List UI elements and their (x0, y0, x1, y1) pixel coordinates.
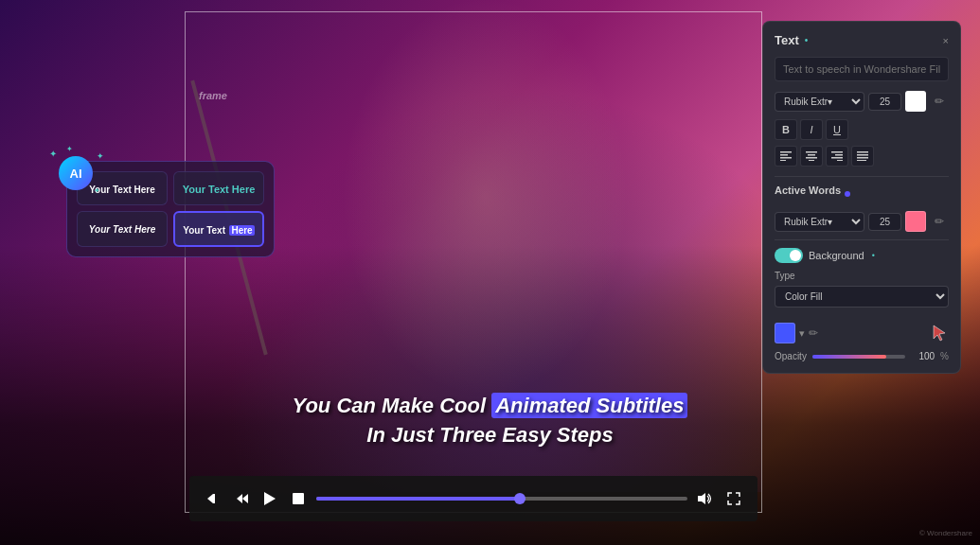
style-card-3[interactable]: Your Text Here (77, 211, 168, 247)
background-toggle-row: Background • (775, 248, 949, 263)
type-section: Type Color Fill (775, 271, 949, 315)
watermark: © Wondershare (919, 529, 972, 537)
opacity-percent: % (940, 351, 949, 361)
subtitle-text: You Can Make Cool Animated Subtitles In … (230, 392, 751, 450)
color-picker-button[interactable]: ✏ (930, 92, 949, 111)
svg-rect-10 (780, 160, 786, 161)
format-buttons-row: B I U (775, 119, 949, 140)
font-size-input[interactable] (868, 93, 901, 111)
svg-rect-18 (837, 160, 843, 161)
sparkle-icon-2: ✦ (66, 145, 73, 153)
bold-button[interactable]: B (775, 119, 797, 140)
active-words-color-swatch[interactable] (905, 211, 926, 232)
panel-header: Text • × (775, 33, 949, 47)
text-settings-panel: Text • × Rubik Extr▾ ✏ B I U (762, 21, 961, 374)
subtitle-line2: In Just Three Easy Steps (366, 423, 613, 447)
divider-1 (775, 176, 949, 177)
underline-button[interactable]: U (826, 119, 848, 140)
opacity-slider[interactable] (812, 355, 905, 359)
sparkle-icon-4: ✦ (94, 186, 100, 195)
opacity-row: Opacity 100 % (775, 351, 949, 361)
svg-rect-19 (857, 151, 868, 153)
style-card-4-text-a: Your Text (183, 225, 225, 236)
font-select[interactable]: Rubik Extr▾ (775, 92, 864, 112)
svg-rect-12 (808, 154, 815, 156)
player-controls-bar (189, 476, 757, 521)
font-row: Rubik Extr▾ ✏ (775, 91, 949, 112)
svg-marker-23 (934, 325, 945, 341)
svg-rect-13 (806, 157, 817, 159)
ai-label: AI (70, 167, 82, 181)
active-words-dot (845, 191, 850, 197)
active-words-size-input[interactable] (868, 213, 901, 231)
style-card-4[interactable]: Your Text Here (173, 211, 264, 247)
background-toggle[interactable] (775, 248, 803, 263)
expand-button[interactable] (723, 488, 744, 509)
svg-marker-0 (207, 494, 213, 503)
type-select[interactable]: Color Fill (775, 286, 949, 308)
cursor-indicator (930, 324, 949, 343)
ai-badge-container: ✦ ✦ ✦ ✦ AI (59, 156, 116, 203)
panel-title: Text (775, 33, 799, 47)
opacity-label: Opacity (775, 351, 807, 361)
svg-rect-20 (857, 154, 868, 156)
fill-color-picker[interactable]: ✏ (809, 326, 818, 340)
step-back-button[interactable] (231, 488, 252, 509)
sparkle-icon-1: ✦ (49, 149, 57, 159)
sparkle-icon-3: ✦ (97, 151, 104, 161)
style-card-3-text: Your Text Here (89, 224, 155, 235)
opacity-fill (812, 355, 887, 359)
svg-rect-7 (780, 151, 792, 153)
svg-rect-15 (831, 151, 843, 153)
subtitle-overlay: You Can Make Cool Animated Subtitles In … (230, 392, 751, 450)
fill-color-arrow[interactable]: ▾ (799, 327, 805, 340)
svg-rect-17 (831, 157, 843, 159)
svg-rect-9 (780, 157, 792, 159)
svg-rect-21 (857, 157, 868, 159)
active-words-font-row: Rubik Extr▾ ✏ (775, 211, 949, 232)
active-words-color-picker[interactable]: ✏ (930, 212, 949, 231)
active-words-title: Active Words (775, 185, 841, 196)
color-selection-row: ▾ ✏ (775, 323, 949, 343)
align-justify-button[interactable] (851, 146, 874, 167)
play-button[interactable] (259, 488, 280, 509)
align-right-button[interactable] (826, 146, 848, 167)
style-card-2[interactable]: Your Text Here (173, 171, 264, 205)
toggle-thumb (790, 250, 801, 261)
svg-rect-11 (806, 151, 817, 153)
stop-button[interactable] (288, 488, 309, 509)
text-input[interactable] (775, 57, 949, 81)
svg-rect-14 (809, 160, 814, 161)
svg-rect-8 (780, 154, 788, 156)
progress-bar[interactable] (316, 497, 687, 501)
subtitle-part1: You Can Make Cool (293, 394, 492, 417)
svg-marker-4 (264, 492, 276, 505)
svg-rect-1 (213, 494, 215, 503)
active-words-font-select[interactable]: Rubik Extr▾ (775, 212, 864, 232)
background-dot: • (872, 251, 875, 260)
progress-fill (316, 497, 521, 501)
style-card-4-text-b: Here (229, 225, 254, 236)
svg-rect-22 (857, 160, 866, 161)
svg-rect-5 (293, 493, 304, 504)
active-words-section: Active Words Rubik Extr▾ ✏ (775, 185, 949, 232)
divider-2 (775, 239, 949, 240)
align-buttons-row (775, 146, 949, 167)
panel-indicator: • (805, 35, 809, 45)
frame-logo: frame (199, 90, 227, 101)
text-color-swatch[interactable] (905, 91, 926, 112)
opacity-value: 100 (911, 351, 935, 361)
align-center-button[interactable] (800, 146, 823, 167)
svg-marker-3 (242, 494, 248, 503)
align-left-button[interactable] (775, 146, 797, 167)
ai-circle: AI (59, 156, 93, 190)
volume-button[interactable] (695, 488, 716, 509)
italic-button[interactable]: I (800, 119, 823, 140)
panel-close-button[interactable]: × (943, 35, 949, 46)
style-card-2-text: Your Text Here (183, 184, 256, 195)
subtitle-highlight: Animated Subtitles (491, 393, 687, 418)
fill-color-swatch[interactable] (775, 323, 795, 343)
svg-rect-16 (835, 154, 843, 156)
rewind-button[interactable] (203, 488, 223, 509)
type-label: Type (775, 271, 949, 281)
